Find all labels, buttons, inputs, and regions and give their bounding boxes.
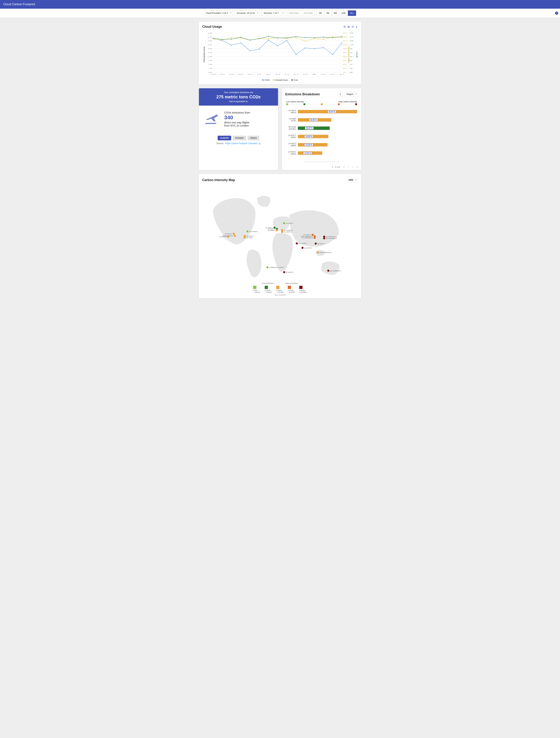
svg-text:64.28: 64.28 [343, 64, 347, 65]
bar-track: 14.55 % [298, 135, 357, 138]
services-select[interactable]: Services: 7 of 7 [262, 10, 285, 16]
arrow-right-icon: → [300, 12, 302, 14]
svg-text:Jul '20: Jul '20 [257, 73, 261, 75]
svg-text:13.750: 13.750 [208, 52, 212, 53]
map-pin[interactable] [315, 243, 317, 245]
date-range-picker[interactable]: Start Date → End Date [287, 10, 315, 16]
app-title: Cloud Carbon Footprint [3, 3, 35, 6]
svg-text:128.57: 128.57 [343, 56, 347, 57]
svg-text:5.500: 5.500 [209, 64, 212, 65]
time-range-12m[interactable]: 12M [339, 10, 348, 16]
legend-item[interactable]: Kilowatt Hours [273, 79, 288, 81]
pager-last[interactable]: >| [356, 166, 358, 168]
providers-select[interactable]: Cloud Providers: 3 of 3 [204, 10, 233, 16]
map-pin[interactable] [266, 266, 268, 269]
svg-point-66 [240, 42, 241, 43]
equiv-tab-trees[interactable]: TREES [248, 136, 259, 140]
legend-range: 0.00064and higher [299, 290, 307, 293]
svg-text:Apr '21: Apr '21 [340, 73, 344, 75]
map-pin[interactable] [323, 237, 325, 240]
svg-text:Kilowatt Hours (kWh): Kilowatt Hours (kWh) [348, 46, 350, 62]
svg-text:224.99: 224.99 [343, 44, 347, 46]
cloud-usage-title: Cloud Usage [202, 25, 222, 29]
svg-text:6.54: 6.54 [350, 56, 353, 57]
pager-prev[interactable]: < [348, 166, 349, 168]
map-legend-item: 0.00048– 0.00064 [288, 286, 295, 293]
breakdown-row: us-west-1(AWS) 14.55 % [286, 134, 357, 138]
equiv-tab-flights[interactable]: FLIGHTS [218, 136, 231, 140]
cumulative-card: Your cumulative emissions are 275 metric… [199, 88, 278, 170]
legend-item[interactable]: Cost [291, 79, 298, 81]
svg-text:4.91: 4.91 [350, 60, 352, 61]
download-icon[interactable] [355, 26, 358, 28]
svg-text:0.00: 0.00 [350, 71, 353, 73]
map-pin[interactable] [281, 231, 283, 233]
svg-text:Oct '20: Oct '20 [284, 73, 289, 75]
map-pin[interactable] [283, 271, 285, 273]
map-pin[interactable] [244, 235, 246, 237]
map-pin[interactable] [314, 237, 316, 239]
svg-point-76 [332, 54, 333, 55]
svg-text:160.71: 160.71 [343, 52, 347, 53]
map-pin[interactable] [234, 235, 236, 237]
svg-text:32.14: 32.14 [343, 68, 347, 69]
low-intensity-label: Low carbon intensity [286, 100, 304, 103]
map-pin-label: cn-northwest-1 [302, 237, 313, 239]
accounts-select[interactable]: Accounts: 15 of 15 [235, 10, 260, 16]
svg-point-72 [295, 54, 296, 55]
time-range-6m[interactable]: 6M [332, 10, 339, 16]
map-pin[interactable] [327, 270, 329, 272]
svg-text:3.27: 3.27 [350, 64, 352, 65]
pager-first[interactable]: |< [343, 166, 345, 168]
info-icon[interactable]: i [555, 12, 558, 15]
cumulative-main: 275 metric tons CO2e [202, 94, 275, 99]
pager-next[interactable]: > [352, 166, 353, 168]
svg-text:Cost ($): Cost ($) [356, 51, 358, 57]
map-provider-select[interactable]: AWS [346, 177, 358, 183]
equiv-tab-phones[interactable]: PHONES [233, 136, 246, 140]
map-pin[interactable] [317, 251, 319, 254]
map-pin[interactable] [233, 233, 235, 235]
svg-point-100 [277, 37, 278, 39]
legend-low-label: LOW INTENSITY [262, 283, 275, 284]
svg-text:11.000: 11.000 [208, 56, 212, 57]
time-range-all[interactable]: ALL [348, 10, 356, 16]
map-pin[interactable] [276, 229, 278, 232]
scale-dot [338, 103, 340, 105]
source-link[interactable]: Flight Carbon Footprint Calculator [225, 142, 260, 145]
svg-text:1.64: 1.64 [350, 68, 353, 69]
legend-high-label: HIGH INTENSITY [285, 283, 298, 284]
map-pin[interactable] [246, 231, 249, 233]
slider-dots [282, 160, 361, 164]
svg-point-94 [222, 39, 223, 40]
legend-item[interactable]: CO2e [262, 79, 270, 81]
map-pin[interactable] [301, 247, 304, 249]
breakdown-row: us-east1(GCP) 16.00 % [286, 118, 357, 122]
svg-text:Nov '20: Nov '20 [293, 73, 298, 75]
map-pin-label: us-west-2 [225, 233, 232, 235]
reset-icon[interactable] [351, 26, 354, 28]
cumulative-header: Your cumulative emissions are 275 metric… [199, 88, 278, 105]
svg-point-70 [277, 45, 278, 46]
svg-text:8.250: 8.250 [209, 60, 212, 61]
map-pin-label: southamerica-east-1 [269, 267, 284, 269]
map-pin-label: eu-north-1 [286, 223, 293, 224]
svg-text:257.14: 257.14 [343, 40, 347, 42]
time-range-1m[interactable]: 1M [317, 10, 324, 16]
bar-label: us-east1(GCP) [286, 118, 296, 122]
equiv-line4: from NYC to London [224, 124, 250, 127]
time-range-3m[interactable]: 3M [324, 10, 332, 16]
map-pin[interactable] [296, 242, 298, 245]
bar-value: 28.36 % [328, 110, 336, 113]
breakdown-row: UK South(AZURE) 15.27 % [286, 126, 357, 130]
map-pin[interactable] [283, 222, 285, 224]
svg-text:16.36: 16.36 [350, 32, 353, 34]
scale-dot [303, 103, 305, 105]
breakdown-group-select[interactable]: Region [344, 91, 358, 97]
bar-track: 16.00 % [298, 118, 357, 122]
zoom-icon[interactable] [343, 26, 346, 28]
pan-icon[interactable] [347, 26, 350, 28]
breakdown-download-button[interactable] [338, 92, 343, 97]
equivalence-tabs: FLIGHTSPHONESTREES [199, 136, 278, 140]
bar-value: 15.27 % [305, 127, 314, 129]
